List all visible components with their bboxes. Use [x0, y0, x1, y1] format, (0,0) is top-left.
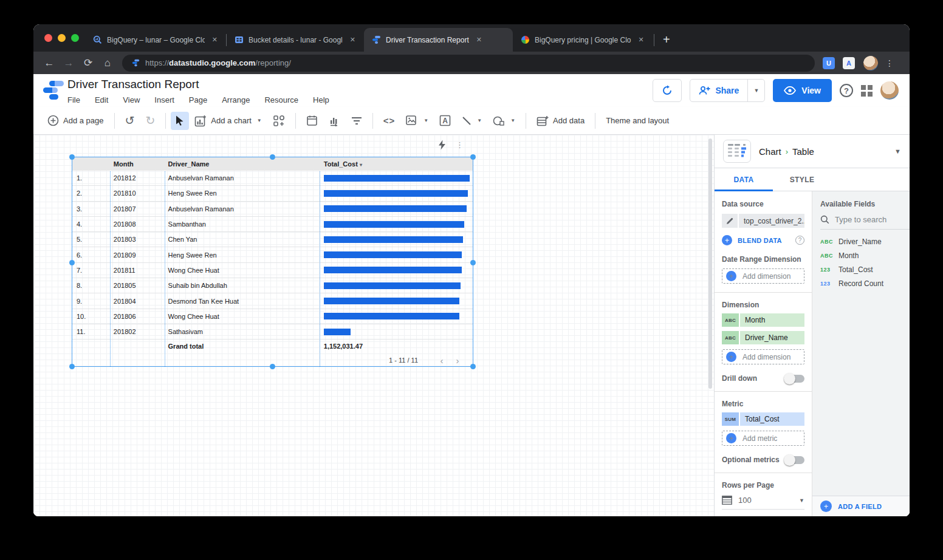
- embed-url-icon[interactable]: <>: [378, 115, 401, 126]
- reload-icon[interactable]: ⟳: [78, 56, 98, 69]
- metric-chip-total-cost[interactable]: SUM Total_Cost: [722, 412, 804, 426]
- menu-arrange[interactable]: Arrange: [222, 95, 250, 104]
- menu-page[interactable]: Page: [189, 95, 207, 104]
- data-control-icon[interactable]: [323, 115, 346, 126]
- close-tab-icon[interactable]: ✕: [474, 35, 484, 45]
- resize-handle[interactable]: [69, 260, 75, 265]
- menu-resource[interactable]: Resource: [264, 95, 298, 104]
- minimize-window-button[interactable]: [58, 34, 66, 42]
- dimension-chip-month[interactable]: ABC Month: [722, 313, 804, 327]
- tab-bigquery-pricing[interactable]: BigQuery pricing | Google Clo ✕: [513, 28, 654, 52]
- tab-style[interactable]: STYLE: [773, 168, 831, 191]
- resize-handle[interactable]: [69, 364, 75, 369]
- image-tool-icon[interactable]: ▼: [400, 115, 434, 126]
- next-page-icon[interactable]: ›: [450, 355, 465, 366]
- browser-menu-icon[interactable]: ⋮: [885, 58, 894, 68]
- blend-data-button[interactable]: + BLEND DATA ?: [722, 235, 804, 245]
- rows-per-page-select[interactable]: 100 ▼: [722, 496, 804, 510]
- share-dropdown-button[interactable]: ▼: [747, 79, 764, 102]
- share-button[interactable]: Share: [690, 86, 747, 95]
- search-input[interactable]: [835, 215, 896, 224]
- apps-grid-icon[interactable]: [861, 85, 873, 97]
- field-item[interactable]: 123Record Count: [820, 279, 910, 288]
- component-menu-icon[interactable]: ⋮: [456, 140, 464, 149]
- chevron-down-icon[interactable]: ▼: [894, 148, 901, 155]
- line-tool-icon[interactable]: ▼: [456, 116, 487, 126]
- resize-handle[interactable]: [470, 364, 476, 369]
- menu-view[interactable]: View: [123, 95, 140, 104]
- table-row: 5.201803Chen Yan: [72, 232, 473, 247]
- menu-insert[interactable]: Insert: [154, 95, 174, 104]
- resize-handle[interactable]: [69, 154, 75, 160]
- close-tab-icon[interactable]: ✕: [210, 35, 220, 45]
- close-window-button[interactable]: [44, 34, 52, 42]
- view-button[interactable]: View: [773, 79, 832, 102]
- theme-layout-button[interactable]: Theme and layout: [600, 116, 674, 125]
- menu-edit[interactable]: Edit: [95, 95, 108, 104]
- tab-data[interactable]: DATA: [715, 168, 773, 191]
- add-a-field-button[interactable]: + ADD A FIELD: [812, 496, 910, 516]
- redo-icon[interactable]: ↻: [140, 114, 160, 128]
- resize-handle[interactable]: [270, 154, 275, 160]
- menu-file[interactable]: File: [67, 95, 80, 104]
- table-chart-thumbnail-icon[interactable]: [723, 140, 751, 163]
- column-header-month[interactable]: Month: [110, 160, 165, 168]
- close-tab-icon[interactable]: ✕: [348, 35, 358, 45]
- field-item[interactable]: ABCMonth: [820, 251, 910, 260]
- new-tab-button[interactable]: +: [654, 33, 679, 52]
- previous-page-icon[interactable]: ‹: [434, 355, 450, 366]
- table-chart-component[interactable]: Month Driver_Name Total_Cost ▾ 1.201812A…: [72, 157, 473, 367]
- add-chart-button[interactable]: Add a chart ▼: [189, 115, 267, 127]
- zoom-window-button[interactable]: [71, 34, 79, 42]
- field-item[interactable]: ABCDriver_Name: [820, 237, 910, 246]
- drill-down-toggle[interactable]: [784, 375, 804, 383]
- resize-handle[interactable]: [470, 260, 476, 265]
- filter-control-icon[interactable]: [346, 117, 368, 125]
- dimension-chip-driver-name[interactable]: ABC Driver_Name: [722, 331, 804, 344]
- report-title[interactable]: Driver Transaction Report: [67, 78, 329, 91]
- add-page-button[interactable]: Add a page: [42, 115, 109, 126]
- browser-profile-avatar[interactable]: [863, 56, 878, 70]
- close-tab-icon[interactable]: ✕: [636, 35, 646, 45]
- date-range-control-icon[interactable]: [301, 115, 323, 126]
- tab-bigquery[interactable]: BigQuery – lunar – Google Clou ✕: [85, 28, 226, 52]
- text-tool-icon[interactable]: A: [434, 115, 456, 126]
- add-date-range-dimension-button[interactable]: + Add dimension: [722, 268, 804, 284]
- add-metric-button[interactable]: + Add metric: [722, 431, 804, 446]
- add-dimension-button[interactable]: + Add dimension: [722, 349, 804, 364]
- extension-translate-icon[interactable]: A: [843, 57, 855, 69]
- column-header-total-cost[interactable]: Total_Cost ▾: [319, 160, 473, 168]
- community-viz-icon[interactable]: [267, 115, 290, 127]
- resize-handle[interactable]: [470, 154, 476, 160]
- data-source-chip[interactable]: top_cost_driver_2...: [722, 214, 804, 228]
- report-canvas[interactable]: ⋮ Month Driver_Name Total_Cost ▾ 1.20181…: [33, 135, 714, 516]
- chart-breadcrumb[interactable]: Chart › Table: [759, 146, 814, 157]
- address-bar[interactable]: https://datastudio.google.com/reporting/: [122, 55, 815, 72]
- home-icon[interactable]: ⌂: [98, 57, 117, 69]
- canvas-scrollbar[interactable]: [708, 138, 712, 389]
- field-search[interactable]: [820, 215, 910, 230]
- field-item[interactable]: 123Total_Cost: [820, 265, 910, 274]
- column-header-driver-name[interactable]: Driver_Name: [165, 160, 319, 168]
- extension-u-icon[interactable]: U: [823, 57, 835, 69]
- forward-icon[interactable]: →: [59, 57, 78, 69]
- undo-icon[interactable]: ↺: [120, 114, 140, 128]
- edit-data-source-icon[interactable]: [722, 214, 738, 228]
- add-chart-label: Add a chart: [211, 116, 252, 125]
- tab-driver-transaction-report[interactable]: Driver Transaction Report ✕: [364, 28, 513, 52]
- optional-metrics-toggle[interactable]: [784, 456, 804, 464]
- quick-actions-icon[interactable]: [438, 140, 446, 150]
- help-icon[interactable]: ?: [840, 84, 853, 97]
- help-circle-icon[interactable]: ?: [795, 236, 804, 245]
- add-dimension-label: Add dimension: [742, 353, 790, 361]
- row-number: 3.: [72, 205, 110, 213]
- shape-tool-icon[interactable]: ▼: [487, 115, 521, 126]
- menu-help[interactable]: Help: [313, 95, 329, 104]
- back-icon[interactable]: ←: [39, 57, 59, 69]
- refresh-data-button[interactable]: [653, 79, 682, 102]
- select-tool-button[interactable]: [171, 112, 189, 130]
- account-avatar[interactable]: [880, 81, 899, 100]
- resize-handle[interactable]: [270, 364, 275, 369]
- add-data-button[interactable]: Add data: [531, 115, 590, 126]
- tab-bucket-details[interactable]: Bucket details - lunar - Google ✕: [227, 28, 364, 52]
